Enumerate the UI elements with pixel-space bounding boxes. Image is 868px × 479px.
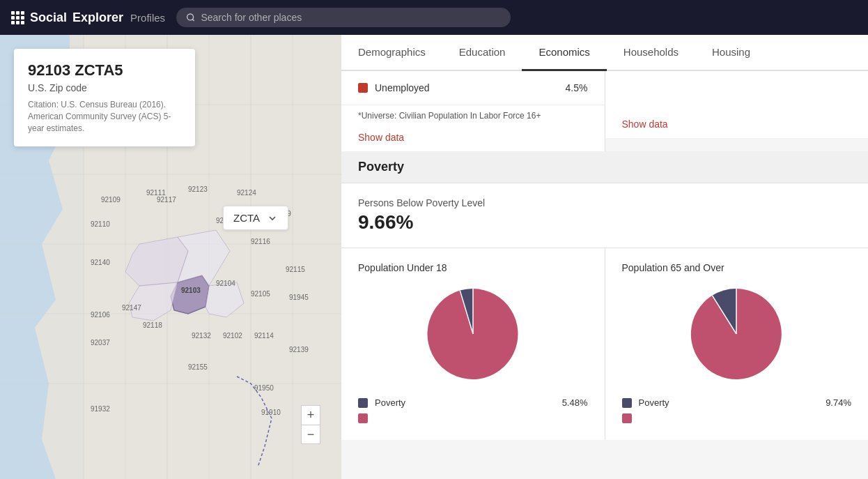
search-bar[interactable] <box>176 8 511 27</box>
legend-label-poverty-under18: Poverty <box>375 397 555 408</box>
legend-item-poverty-under18: Poverty 5.48% <box>358 395 588 411</box>
svg-text:92110: 92110 <box>91 220 110 228</box>
map-subtitle: U.S. Zip code <box>28 82 181 93</box>
show-data-link-employment[interactable]: Show data <box>341 126 605 151</box>
chart-under-18: Population Under 18 <box>341 248 605 440</box>
grid-icon <box>11 11 24 24</box>
tab-bar: Demographics Education Economics Househo… <box>341 35 868 71</box>
tab-education[interactable]: Education <box>442 35 522 71</box>
legend-value-poverty-65over: 9.74% <box>826 397 851 408</box>
universe-note: *Universe: Civilian Population In Labor … <box>341 105 605 126</box>
pie-chart-65-over <box>622 282 852 386</box>
legend-item-nonpoverty-65over <box>622 411 852 426</box>
poverty-persons-label: Persons Below Poverty Level <box>358 197 851 208</box>
logo: Social Explorer Profiles <box>11 10 165 25</box>
map-info-card: 92103 ZCTA5 U.S. Zip code Citation: U.S.… <box>14 49 195 146</box>
legend-item-poverty-65over: Poverty 9.74% <box>622 395 852 411</box>
svg-text:92102: 92102 <box>223 332 242 340</box>
svg-rect-48 <box>358 83 368 93</box>
content-area: Unemployed 4.5% *Universe: Civilian Popu… <box>341 71 868 479</box>
unemployed-stat-row: Unemployed 4.5% <box>341 71 605 105</box>
tab-households[interactable]: Households <box>607 35 695 71</box>
svg-rect-51 <box>358 398 368 408</box>
poverty-persons-value: 9.66% <box>358 211 851 234</box>
logo-profiles: Profiles <box>130 12 165 24</box>
svg-text:92139: 92139 <box>289 346 309 353</box>
logo-text-social: Social <box>30 10 67 25</box>
chart-under-18-title: Population Under 18 <box>358 262 588 273</box>
nonpoverty-legend-dot-65over <box>622 413 632 423</box>
search-icon <box>186 13 195 22</box>
chevron-down-icon <box>267 213 278 224</box>
map-citation: Citation: U.S. Census Bureau (2016). Ame… <box>28 99 181 134</box>
svg-text:92155: 92155 <box>188 363 208 371</box>
svg-text:92147: 92147 <box>122 304 141 312</box>
svg-text:91945: 91945 <box>289 294 309 301</box>
svg-text:92117: 92117 <box>157 196 176 204</box>
svg-rect-56 <box>622 413 632 423</box>
svg-text:92132: 92132 <box>192 332 211 340</box>
unemployed-dot <box>358 83 368 93</box>
logo-text-explorer: Explorer <box>72 10 123 25</box>
svg-text:92140: 92140 <box>91 259 110 266</box>
pie-chart-under-18 <box>358 282 588 386</box>
svg-text:92106: 92106 <box>91 311 110 319</box>
main-layout: 92109 92111 92123 92124 92119 92110 9210… <box>0 35 868 479</box>
svg-text:92114: 92114 <box>254 332 274 340</box>
chart-65-over-title: Population 65 and Over <box>622 262 852 273</box>
map-title: 92103 ZCTA5 <box>28 61 181 79</box>
svg-point-0 <box>187 14 194 20</box>
poverty-section: Persons Below Poverty Level 9.66% <box>341 183 868 248</box>
svg-text:92105: 92105 <box>251 290 270 298</box>
nonpoverty-legend-dot-under18 <box>358 413 368 423</box>
right-col: Show data <box>605 71 869 151</box>
svg-text:91910: 91910 <box>261 409 281 416</box>
header: Social Explorer Profiles <box>0 0 868 35</box>
tab-demographics[interactable]: Demographics <box>341 35 442 71</box>
svg-text:92124: 92124 <box>237 189 256 197</box>
tab-housing[interactable]: Housing <box>695 35 767 71</box>
svg-text:92037: 92037 <box>91 339 110 347</box>
svg-rect-55 <box>622 398 632 408</box>
map-panel: 92109 92111 92123 92124 92119 92110 9210… <box>0 35 341 479</box>
charts-row: Population Under 18 <box>341 248 868 440</box>
zcta-label: ZCTA <box>233 212 260 224</box>
unemployed-label: Unemployed <box>375 82 559 93</box>
zcta-dropdown[interactable]: ZCTA <box>223 206 288 230</box>
search-input[interactable] <box>201 12 501 23</box>
svg-text:92103: 92103 <box>181 287 201 294</box>
show-data-link-right[interactable]: Show data <box>605 113 869 138</box>
poverty-legend-dot-65over <box>622 398 632 408</box>
poverty-section-header: Poverty <box>341 151 868 183</box>
employment-col: Unemployed 4.5% *Universe: Civilian Popu… <box>341 71 605 151</box>
legend-label-poverty-65over: Poverty <box>639 397 819 408</box>
tab-economics[interactable]: Economics <box>522 35 606 71</box>
svg-text:92115: 92115 <box>286 266 305 273</box>
chart-65-over: Population 65 and Over <box>605 248 869 440</box>
svg-line-1 <box>192 20 194 21</box>
right-panel: Demographics Education Economics Househo… <box>341 35 868 479</box>
svg-text:92109: 92109 <box>101 196 121 204</box>
poverty-legend-dot-under18 <box>358 398 368 408</box>
svg-text:91950: 91950 <box>254 384 274 392</box>
poverty-title: Poverty <box>358 160 404 174</box>
unemployed-value: 4.5% <box>566 82 588 93</box>
svg-text:92123: 92123 <box>188 185 208 193</box>
svg-text:92104: 92104 <box>216 280 235 287</box>
svg-rect-52 <box>358 413 368 423</box>
map-zoom-controls: + − <box>301 405 320 444</box>
svg-text:92118: 92118 <box>143 321 162 329</box>
unemployed-stat: Unemployed 4.5% <box>358 82 588 93</box>
zoom-out-button[interactable]: − <box>301 425 320 444</box>
upper-two-col: Unemployed 4.5% *Universe: Civilian Popu… <box>341 71 868 151</box>
zoom-in-button[interactable]: + <box>301 405 320 425</box>
legend-value-poverty-under18: 5.48% <box>562 397 588 408</box>
legend-item-nonpoverty-under18 <box>358 411 588 426</box>
svg-text:92116: 92116 <box>251 238 270 245</box>
svg-text:91932: 91932 <box>91 405 110 413</box>
